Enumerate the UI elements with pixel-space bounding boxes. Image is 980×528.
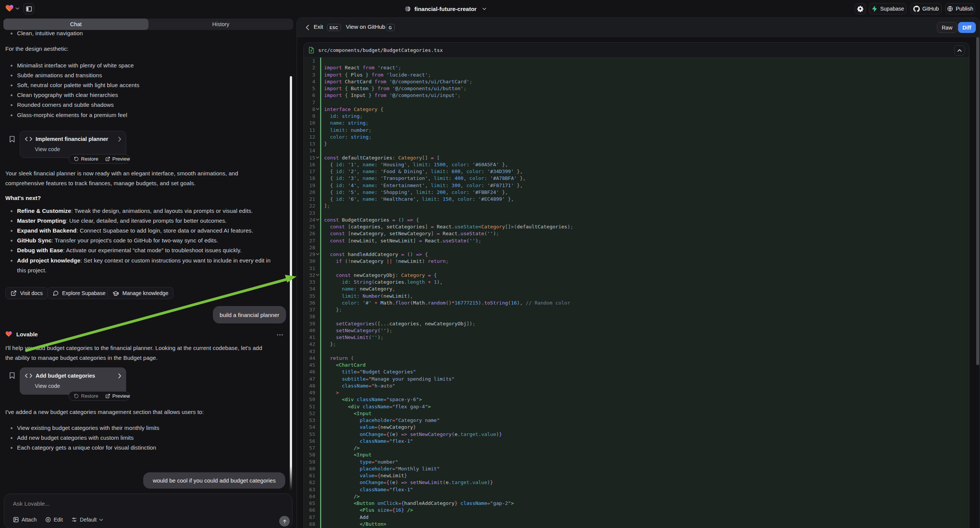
preview-button[interactable]: Preview	[102, 393, 134, 399]
line-number: 32	[304, 272, 315, 279]
line-number: 14	[304, 147, 315, 154]
fold-chevron-icon[interactable]	[316, 108, 319, 110]
view-code-link[interactable]: View code	[35, 146, 126, 152]
code-line: 5import { Button } from '@/components/ui…	[304, 85, 969, 92]
line-number: 23	[304, 210, 315, 217]
code-line: 20 { id: '5', name: 'Shopping', limit: 2…	[304, 189, 969, 196]
lovable-logo-heart-icon[interactable]	[5, 5, 14, 13]
toggle-sidebar-button[interactable]	[23, 3, 35, 14]
line-number: 53	[304, 417, 315, 424]
restore-label: Restore	[81, 156, 99, 162]
code-line: 15const defaultCategories: Category[] = …	[304, 154, 969, 161]
chevron-up-icon	[957, 49, 962, 52]
next-item-label: Refine & Customize	[17, 208, 71, 214]
chat-scrollbar[interactable]	[290, 76, 292, 490]
user-message-text: would be cool if you could add budget ca…	[153, 477, 275, 484]
view-code-link[interactable]: View code	[35, 383, 126, 389]
collapse-button[interactable]	[954, 45, 965, 56]
preview-button[interactable]: Preview	[102, 156, 134, 162]
design-bullet-list: Minimalist interface with plenty of whit…	[0, 60, 286, 120]
line-number: 35	[304, 293, 315, 300]
code-overlay: Exit ESC View on GitHub G Raw Diff src/c…	[297, 17, 980, 528]
restore-button[interactable]: Restore	[70, 393, 102, 399]
project-switcher[interactable]: financial-future-creator	[404, 0, 487, 17]
supabase-button[interactable]: Supabase	[869, 3, 907, 14]
fold-chevron-icon[interactable]	[316, 253, 319, 255]
user-message-bubble: would be cool if you could add budget ca…	[143, 472, 285, 488]
code-file-card: src/components/budget/BudgetCategories.t…	[304, 43, 969, 528]
line-number: 57	[304, 445, 315, 452]
send-button[interactable]	[279, 516, 290, 526]
bullet-text: Rounded corners and subtle shadows	[17, 100, 286, 110]
bullet-dot	[11, 84, 13, 86]
line-number: 51	[304, 403, 315, 410]
code-line: 49 >	[304, 390, 969, 396]
edit-button[interactable]: Edit	[45, 517, 63, 523]
github-button[interactable]: GitHub	[910, 3, 942, 14]
line-number: 37	[304, 307, 315, 313]
version-card-title: Add budget categories	[36, 373, 118, 379]
line-number: 7	[304, 99, 315, 106]
bullet-text: Soft, neutral color palette with light b…	[17, 80, 286, 90]
line-number: 18	[304, 175, 315, 182]
code-line: 65 <Button onClick={handleAddCategory} c…	[304, 500, 969, 507]
publish-label: Publish	[956, 6, 973, 12]
code-line: 56 className="flex-1"	[304, 438, 969, 445]
fold-chevron-icon[interactable]	[316, 274, 319, 276]
publish-globe-icon	[947, 6, 953, 12]
next-item-text: : Transfer your project's code to GitHub…	[51, 237, 218, 243]
code-line: 57 />	[304, 445, 969, 452]
assistant-name: Lovable	[16, 331, 38, 337]
next-item-label: Expand with Backend	[17, 227, 76, 234]
code-brackets-icon	[25, 374, 32, 378]
line-number: 1	[304, 57, 315, 64]
composer-placeholder[interactable]: Ask Lovable...	[13, 500, 49, 507]
view-on-github-button[interactable]: View on GitHub	[346, 24, 385, 30]
composer[interactable]: Ask Lovable... Attach Edit Default	[4, 493, 293, 528]
line-number: 38	[304, 313, 315, 320]
restore-preview-toolbar: Restore Preview	[68, 154, 130, 164]
line-number: 12	[304, 134, 315, 140]
attach-button[interactable]: Attach	[13, 517, 37, 523]
bullet-dot	[11, 65, 13, 67]
attach-label: Attach	[22, 517, 37, 523]
manage-knowledge-button[interactable]: Manage knowledge	[107, 287, 173, 299]
code-line: 21 { id: '6', name: 'Healthcare', limit:…	[304, 196, 969, 203]
code-line: 8interface Category {	[304, 106, 969, 113]
line-number: 59	[304, 459, 315, 466]
visit-docs-button[interactable]: Visit docs	[5, 287, 48, 299]
raw-toggle-button[interactable]: Raw	[937, 22, 957, 33]
line-number: 64	[304, 493, 315, 500]
file-header[interactable]: src/components/budget/BudgetCategories.t…	[304, 43, 969, 57]
logo-chevron-down-icon[interactable]	[16, 7, 19, 10]
more-options-icon[interactable]	[277, 334, 283, 336]
code-line: 40 setNewCategory('');	[304, 327, 969, 334]
bullet-text: Each category gets a unique color for vi…	[17, 443, 286, 453]
diff-toggle-button[interactable]: Diff	[958, 22, 976, 33]
explore-supabase-button[interactable]: Explore Supabase	[47, 287, 111, 299]
external-link-icon	[11, 290, 17, 296]
user-message-bubble: build a financial planner	[213, 306, 286, 323]
version-card-add-budget-categories[interactable]: Add budget categories View code	[20, 367, 126, 395]
line-number: 36	[304, 300, 315, 307]
bookmark-icon[interactable]	[9, 135, 15, 143]
bookmark-icon[interactable]	[9, 372, 15, 379]
restore-button[interactable]: Restore	[70, 156, 102, 162]
fold-chevron-icon[interactable]	[316, 156, 319, 159]
arrow-up-icon	[282, 519, 287, 524]
fold-chevron-icon[interactable]	[316, 219, 319, 221]
settings-button[interactable]	[854, 3, 866, 14]
back-chevron-icon[interactable]	[306, 25, 309, 30]
bullet-text: Glass-morphic elements for a premium fee…	[17, 110, 286, 120]
code-line: 11 limit: number;	[304, 127, 969, 134]
line-number: 56	[304, 438, 315, 445]
publish-button[interactable]: Publish	[945, 3, 975, 14]
code-line: 1	[304, 57, 969, 64]
code-overlay-scrollbar[interactable]	[976, 37, 979, 365]
github-label: GitHub	[923, 6, 939, 12]
exit-button[interactable]: Exit	[313, 24, 323, 30]
code-line: 24const BudgetCategories = () => {	[304, 217, 969, 223]
code-line: 51 <div className="flex gap-4">	[304, 403, 969, 410]
bullet-text: Clean, intuitive navigation	[17, 29, 286, 38]
mode-select[interactable]: Default	[71, 517, 103, 523]
